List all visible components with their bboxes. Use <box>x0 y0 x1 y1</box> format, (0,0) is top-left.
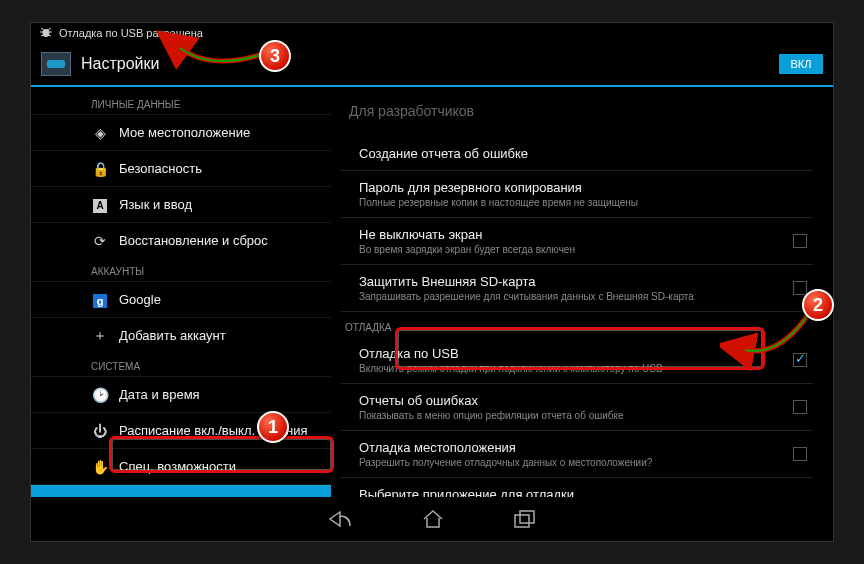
google-icon: g <box>91 292 109 308</box>
settings-app-icon <box>41 52 71 76</box>
sidebar-item-datetime[interactable]: 🕑 Дата и время <box>31 376 331 412</box>
item-bug-shortcut[interactable]: Отчеты об ошибках Показывать в меню опци… <box>341 384 813 431</box>
sidebar-item-label: Добавить аккаунт <box>119 328 226 343</box>
lock-icon: 🔒 <box>91 161 109 177</box>
item-primary: Защитить Внешняя SD-карта <box>359 274 773 289</box>
item-primary: Пароль для резервного копирования <box>359 180 773 195</box>
item-primary: Отладка по USB <box>359 346 773 361</box>
item-primary: Отчеты об ошибках <box>359 393 773 408</box>
sidebar-item-label: Безопасность <box>119 161 202 176</box>
content-body: ЛИЧНЫЕ ДАННЫЕ ◈ Мое местоположение 🔒 Без… <box>31 87 833 497</box>
status-text: Отладка по USB разрешена <box>59 27 203 39</box>
item-mock-location[interactable]: Отладка местоположения Разрешить получен… <box>341 431 813 478</box>
page-title: Настройки <box>81 55 779 73</box>
backup-icon: ⟳ <box>91 233 109 249</box>
sidebar-item-label: Язык и ввод <box>119 197 192 212</box>
item-secondary: Включить режим отладки при подключении к… <box>359 363 773 374</box>
sidebar-item-security[interactable]: 🔒 Безопасность <box>31 150 331 186</box>
main-title: Для разработчиков <box>341 87 813 137</box>
location-icon: ◈ <box>91 125 109 141</box>
item-primary: Не выключать экран <box>359 227 773 242</box>
master-toggle[interactable]: ВКЛ <box>779 54 823 74</box>
bug-icon <box>39 26 53 40</box>
sidebar: ЛИЧНЫЕ ДАННЫЕ ◈ Мое местоположение 🔒 Без… <box>31 87 331 497</box>
item-usb-debugging[interactable]: Отладка по USB Включить режим отладки пр… <box>341 337 813 384</box>
sidebar-item-label: Google <box>119 292 161 307</box>
sidebar-item-accessibility[interactable]: ✋ Спец. возможности <box>31 448 331 484</box>
item-stay-awake[interactable]: Не выключать экран Во время зарядки экра… <box>341 218 813 265</box>
item-select-debug-app[interactable]: Выберите приложение для отладки Приложен… <box>341 478 813 497</box>
item-backup-password[interactable]: Пароль для резервного копирования Полные… <box>341 171 813 218</box>
item-secondary: Полные резервные копии в настоящее время… <box>359 197 773 208</box>
item-secondary: Во время зарядки экран будет всегда вклю… <box>359 244 773 255</box>
svg-line-3 <box>41 28 44 30</box>
item-secondary: Запрашивать разрешение для считывания да… <box>359 291 773 302</box>
checkbox-checked[interactable] <box>793 353 807 367</box>
checkbox[interactable] <box>793 234 807 248</box>
checkbox[interactable] <box>793 281 807 295</box>
sidebar-item-label: Мое местоположение <box>119 125 250 140</box>
language-icon: A <box>91 196 109 213</box>
item-primary: Выберите приложение для отладки <box>359 487 773 497</box>
item-primary: Создание отчета об ошибке <box>359 146 773 161</box>
plus-icon: ＋ <box>91 327 109 345</box>
sidebar-item-location[interactable]: ◈ Мое местоположение <box>31 114 331 150</box>
nav-recent-button[interactable] <box>514 510 538 528</box>
main-panel: Для разработчиков Создание отчета об оши… <box>331 87 833 497</box>
sidebar-item-backup[interactable]: ⟳ Восстановление и сброс <box>31 222 331 258</box>
sidebar-item-developer[interactable]: { } Для разработчиков <box>31 484 331 497</box>
hand-icon: ✋ <box>91 459 109 475</box>
item-secondary: Разрешить получение отладочных данных о … <box>359 457 773 468</box>
sidebar-item-google[interactable]: g Google <box>31 281 331 317</box>
sidebar-item-label: Расписание вкл./выкл. питания <box>119 423 308 438</box>
clock-icon: 🕑 <box>91 387 109 403</box>
device-frame: Отладка по USB разрешена Настройки ВКЛ Л… <box>30 22 834 542</box>
svg-rect-7 <box>515 515 529 527</box>
svg-rect-8 <box>520 511 534 523</box>
sidebar-item-add-account[interactable]: ＋ Добавить аккаунт <box>31 317 331 353</box>
sidebar-item-label: Дата и время <box>119 387 200 402</box>
sidebar-section-personal: ЛИЧНЫЕ ДАННЫЕ <box>31 91 331 114</box>
sidebar-section-system: СИСТЕМА <box>31 353 331 376</box>
sidebar-item-label: Спец. возможности <box>119 459 236 474</box>
status-bar: Отладка по USB разрешена <box>31 23 833 43</box>
main-section-debug: ОТЛАДКА <box>341 312 813 337</box>
nav-back-button[interactable] <box>326 509 352 529</box>
sidebar-item-label: Восстановление и сброс <box>119 233 268 248</box>
sidebar-item-power-schedule[interactable]: ⏻ Расписание вкл./выкл. питания <box>31 412 331 448</box>
svg-line-4 <box>48 28 51 30</box>
sidebar-item-language[interactable]: A Язык и ввод <box>31 186 331 222</box>
navbar <box>31 497 833 541</box>
item-secondary: Показывать в меню опцию рефиляции отчета… <box>359 410 773 421</box>
checkbox[interactable] <box>793 447 807 461</box>
item-bugreport[interactable]: Создание отчета об ошибке <box>341 137 813 171</box>
title-bar: Настройки ВКЛ <box>31 43 833 87</box>
sidebar-section-accounts: АККАУНТЫ <box>31 258 331 281</box>
checkbox[interactable] <box>793 400 807 414</box>
power-icon: ⏻ <box>91 423 109 439</box>
item-protect-sd[interactable]: Защитить Внешняя SD-карта Запрашивать ра… <box>341 265 813 312</box>
item-primary: Отладка местоположения <box>359 440 773 455</box>
nav-home-button[interactable] <box>422 509 444 529</box>
